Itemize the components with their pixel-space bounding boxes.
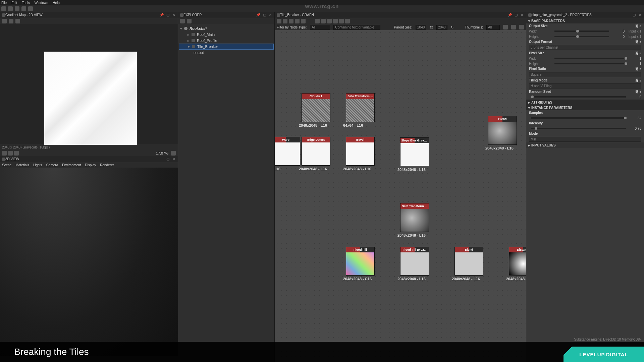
chevron-down-icon[interactable]: ▾ (180, 26, 184, 31)
maximize-icon[interactable]: ▢ (166, 157, 170, 161)
reset-icon[interactable]: ↻ (451, 25, 453, 29)
menu-display[interactable]: Display (85, 163, 96, 167)
link-icon[interactable]: ⛓ ↻ (635, 78, 641, 82)
channel-icon[interactable] (2, 151, 7, 156)
tree-item-tile-breaker[interactable]: ▾ Tile_Breaker (179, 44, 274, 50)
section-input-values[interactable]: ▸INPUT VALUES (526, 142, 644, 148)
tb-icon[interactable] (519, 25, 524, 29)
tb-icon[interactable] (315, 19, 320, 23)
prop-value[interactable]: 32 (628, 116, 641, 120)
mode-select[interactable]: Min (529, 137, 641, 142)
menu-lights[interactable]: Lights (33, 163, 42, 167)
tb-icon[interactable] (301, 19, 306, 23)
section-attributes[interactable]: ▸ATTRIBUTES (526, 100, 644, 105)
pin-icon[interactable]: 📌 (160, 13, 164, 17)
close-icon[interactable]: ✕ (520, 13, 524, 17)
maximize-icon[interactable]: ▢ (514, 13, 518, 17)
lock-icon[interactable] (171, 151, 176, 156)
link-icon[interactable]: ⛓ ↻ (635, 51, 641, 55)
menu-environment[interactable]: Environment (62, 163, 81, 167)
refresh-icon[interactable] (187, 19, 192, 23)
pixel-h-slider[interactable] (554, 63, 626, 64)
grid-icon[interactable] (9, 19, 13, 23)
graph-node[interactable]: Safe Transform ... (346, 93, 375, 122)
tb-icon[interactable] (283, 19, 287, 23)
prop-value[interactable]: 0 (611, 29, 625, 33)
prop-value[interactable]: 1 (628, 57, 641, 60)
menu-scene[interactable]: Scene (2, 163, 11, 167)
pixel-ratio-select[interactable]: Square (529, 72, 641, 77)
filter-type-select[interactable]: All (310, 25, 330, 30)
tree-item-output[interactable]: output (179, 50, 274, 56)
pin-icon[interactable]: 📌 (256, 13, 260, 17)
graph-node[interactable]: Slope Blur Grays... (400, 137, 429, 166)
home-icon[interactable] (1, 6, 6, 11)
maximize-icon[interactable]: ▢ (262, 13, 266, 17)
preview-3d-canvas[interactable] (0, 168, 178, 356)
tb-icon[interactable] (503, 25, 508, 29)
link-icon[interactable]: ⛓ (430, 25, 433, 29)
graph-node[interactable]: Blend (488, 116, 517, 145)
tb-icon[interactable] (345, 19, 350, 23)
maximize-icon[interactable]: ▢ (166, 13, 170, 17)
pixel-w-slider[interactable] (554, 58, 626, 59)
menu-materials[interactable]: Materials (15, 163, 29, 167)
parent-height-select[interactable]: 2048 (436, 25, 447, 30)
open-icon[interactable] (8, 6, 13, 11)
samples-slider[interactable] (531, 117, 626, 119)
channel-icon[interactable] (8, 151, 13, 156)
prop-value[interactable]: 0 (628, 95, 641, 99)
link-icon[interactable]: ⛓ ↻ (635, 40, 641, 44)
tb-icon[interactable] (511, 25, 516, 29)
undo-icon[interactable] (21, 6, 26, 11)
tb-icon[interactable] (327, 19, 332, 23)
maximize-icon[interactable]: ▢ (632, 13, 636, 17)
graph-node[interactable]: Safe Transform ... (400, 203, 429, 232)
link-icon[interactable]: ⛓ ↻ (635, 67, 641, 71)
close-icon[interactable]: ✕ (172, 13, 176, 17)
graph-node[interactable]: Distance (509, 247, 526, 276)
tb-icon[interactable] (321, 19, 326, 23)
tb-icon[interactable] (277, 19, 281, 23)
prop-value[interactable]: 0 (611, 35, 625, 39)
close-icon[interactable]: ✕ (268, 13, 272, 17)
graph-node[interactable]: Blend (454, 247, 483, 276)
tree-item-roof-main[interactable]: ▸ Roof_Main (179, 32, 274, 38)
graph-node[interactable]: Warp (275, 137, 300, 166)
section-instance-params[interactable]: ▾INSTANCE PARAMETERS (526, 105, 644, 110)
close-icon[interactable]: ✕ (638, 13, 642, 17)
chevron-right-icon[interactable]: ▸ (187, 33, 192, 37)
graph-node[interactable]: Clouds 1 (302, 93, 330, 122)
menu-windows[interactable]: Windows (35, 1, 48, 5)
graph-node[interactable]: Edge Detect (302, 137, 330, 166)
save-icon[interactable] (180, 19, 185, 23)
chevron-right-icon[interactable]: ▸ (187, 39, 192, 43)
section-base-params[interactable]: ▾BASE PARAMETERS (526, 18, 644, 23)
tree-item-roof-profile[interactable]: ▸ Roof_Profile (179, 38, 274, 44)
height-slider[interactable] (554, 36, 609, 37)
menu-help[interactable]: Help (53, 1, 60, 5)
tb-icon[interactable] (289, 19, 293, 23)
menu-camera[interactable]: Camera (46, 163, 58, 167)
random-slider[interactable] (531, 96, 626, 98)
menu-tools[interactable]: Tools (22, 1, 30, 5)
redo-icon[interactable] (28, 6, 33, 11)
tb-icon[interactable] (295, 19, 300, 23)
parent-width-select[interactable]: 2048 (416, 25, 426, 30)
tb-icon[interactable] (339, 19, 344, 23)
thumbnails-select[interactable]: All (486, 25, 500, 30)
link-icon[interactable]: ⛓ ↻ (635, 90, 641, 94)
pin-icon[interactable]: 📌 (508, 13, 512, 17)
intensity-slider[interactable] (531, 128, 626, 129)
tree-root[interactable]: ▾ Roof.sbs* (179, 25, 274, 32)
preview-2d-canvas[interactable] (0, 24, 178, 144)
menu-edit[interactable]: Edit (11, 1, 17, 5)
channel-icon[interactable] (14, 151, 19, 156)
output-format-select[interactable]: 8 Bits per Channel (529, 45, 641, 50)
explorer-tree[interactable]: ▾ Roof.sbs* ▸ Roof_Main ▸ Roof_Profile ▾ (178, 24, 274, 362)
node-graph-canvas[interactable]: Clouds 12048x2048 - L16Safe Transform ..… (275, 30, 526, 362)
graph-node[interactable]: Bevel (346, 137, 375, 166)
graph-node[interactable]: Flood Fill to Gr... (400, 247, 429, 276)
tb-icon[interactable] (333, 19, 338, 23)
prop-value[interactable]: 1 (628, 62, 641, 66)
